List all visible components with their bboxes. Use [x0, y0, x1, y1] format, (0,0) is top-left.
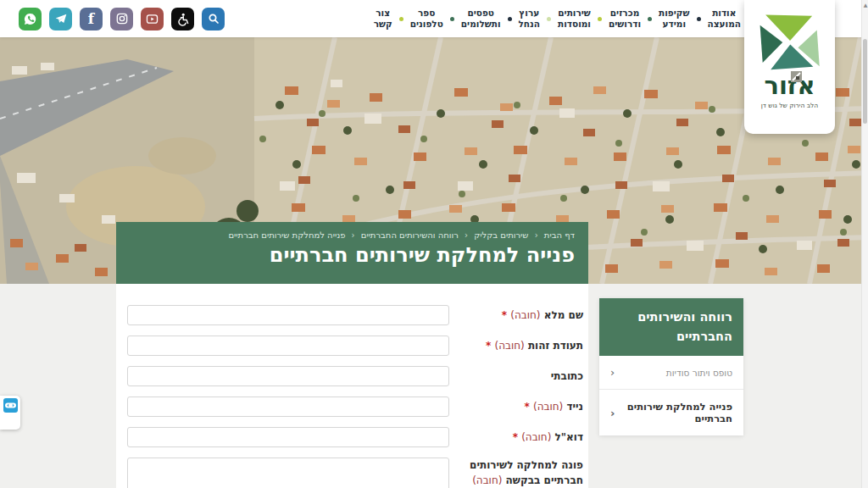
address-label: כתובתי [449, 369, 583, 384]
nav-label: ערוץ [519, 8, 541, 19]
full-name-label: שם מלא (חובה) * [449, 308, 583, 323]
instagram-icon[interactable] [110, 8, 133, 30]
nav-separator-dot [450, 17, 454, 21]
nav-label: ודרושים [609, 19, 641, 30]
email-input[interactable] [127, 427, 449, 447]
breadcrumb: דף הבית ‹ שירותים בקליק ‹ רווחה והשירותי… [130, 230, 575, 240]
email-label: דוא"ל (חובה) * [449, 430, 583, 445]
nav-separator-dot [598, 17, 602, 21]
breadcrumb-home[interactable]: דף הבית [544, 230, 575, 240]
nav-item-transparency-info[interactable]: שקיפות ומידע [659, 8, 689, 30]
social-icons-group: f [19, 8, 225, 30]
nav-separator-dot [508, 17, 512, 21]
nav-label: צור [374, 8, 392, 19]
id-number-input[interactable] [127, 336, 449, 356]
municipal-emblem-icon [791, 71, 802, 82]
page-title: פנייה למחלקת שירותים חברתיים [130, 243, 575, 267]
nav-label: מכרזים [609, 8, 641, 19]
nav-separator-dot [697, 17, 701, 21]
nav-label: הנחל [519, 19, 541, 30]
mobile-label: נייד (חובה) * [449, 399, 583, 414]
form-row: דוא"ל (חובה) * [127, 427, 583, 447]
nav-separator-dot [547, 17, 551, 21]
logo-triangles-mark [758, 9, 822, 72]
breadcrumb-current-page: פנייה למחלקת שירותים חברתיים [228, 230, 345, 240]
breadcrumb-welfare[interactable]: רווחה והשירותים החברתיים [361, 230, 459, 240]
sidebar-item-label: פנייה למחלקת שירותים חברתיים [615, 401, 732, 424]
accessibility-icon[interactable] [171, 8, 194, 30]
breadcrumb-services-in-a-click[interactable]: שירותים בקליק [474, 230, 528, 240]
facebook-icon[interactable]: f [80, 8, 103, 30]
request-description-textarea[interactable] [127, 458, 449, 488]
breadcrumb-separator: ‹ [535, 230, 538, 240]
municipality-logo[interactable]: אזור הלב הירוק של גוש דן [744, 0, 835, 134]
request-description-label: פונה למחלקה לשירותים חברתיים בבקשה (חובה… [449, 458, 583, 488]
mobile-input[interactable] [127, 396, 449, 417]
nav-item-contact[interactable]: צור קשר [374, 8, 392, 30]
remote-support-widget[interactable] [0, 396, 20, 430]
nav-separator-dot [648, 17, 652, 21]
nav-label: שקיפות [659, 8, 689, 19]
remote-support-icon [3, 398, 18, 413]
nav-label: המועצה [708, 19, 741, 30]
sidebar-item-social-services-request[interactable]: פנייה למחלקת שירותים חברתיים ‹ [599, 389, 743, 435]
breadcrumb-separator: ‹ [465, 230, 468, 240]
whatsapp-icon[interactable] [19, 8, 42, 30]
scrollbar-up-arrow[interactable]: ▲ [862, 3, 868, 8]
nav-item-about-council[interactable]: אודות המועצה [708, 8, 741, 30]
id-number-label: תעודת זהות (חובה) * [449, 338, 583, 353]
topbar: אודות המועצה שקיפות ומידע מכרזים ודרושים… [0, 0, 868, 37]
contact-form: שם מלא (חובה) * תעודת זהות (חובה) * כתוב… [116, 284, 588, 488]
nav-label: שירותים [558, 8, 591, 19]
form-row: פונה למחלקה לשירותים חברתיים בבקשה (חובה… [127, 458, 583, 488]
logo-tagline: הלב הירוק של גוש דן [744, 102, 835, 109]
address-input[interactable] [127, 366, 449, 386]
nav-separator-dot [399, 17, 403, 21]
nav-label: טלפונים [410, 19, 443, 30]
page-title-banner: דף הבית ‹ שירותים בקליק ‹ רווחה והשירותי… [116, 222, 588, 284]
telegram-icon[interactable] [49, 8, 72, 30]
scrollbar-thumb[interactable] [863, 39, 867, 124]
chevron-left-icon: ‹ [610, 408, 615, 419]
breadcrumb-separator: ‹ [352, 230, 355, 240]
form-row: שם מלא (חובה) * [127, 305, 583, 325]
sidebar-title: רווחה והשירותים החברתיים [599, 298, 743, 356]
youtube-icon[interactable] [141, 8, 164, 30]
facebook-f-glyph: f [88, 12, 94, 26]
chevron-left-icon: ‹ [610, 367, 615, 378]
nav-item-forms-payments[interactable]: טפסים ותשלומים [461, 8, 501, 30]
form-row: תעודת זהות (חובה) * [127, 336, 583, 356]
main-nav: אודות המועצה שקיפות ומידע מכרזים ודרושים… [374, 8, 741, 30]
nav-label: קשר [374, 19, 392, 30]
nav-label: טפסים [461, 8, 501, 19]
welfare-sidebar: רווחה והשירותים החברתיים טופס ויתור סודי… [599, 298, 743, 435]
search-icon[interactable] [202, 8, 225, 30]
nav-item-phone-book[interactable]: ספר טלפונים [410, 8, 443, 30]
nav-item-tenders-jobs[interactable]: מכרזים ודרושים [609, 8, 641, 30]
form-row: כתובתי [127, 366, 583, 386]
nav-label: ותשלומים [461, 19, 501, 30]
sidebar-item-label: טופס ויתור סודיות [666, 368, 732, 378]
nav-label: אודות [708, 8, 741, 19]
page-scrollbar[interactable]: ▲ [861, 0, 868, 488]
nav-item-stream-channel[interactable]: ערוץ הנחל [519, 8, 541, 30]
full-name-input[interactable] [127, 305, 449, 325]
sidebar-item-confidentiality-waiver[interactable]: טופס ויתור סודיות ‹ [599, 356, 743, 389]
nav-label: ספר [410, 8, 443, 19]
nav-item-services-institutions[interactable]: שירותים ומוסדות [558, 8, 591, 30]
form-row: נייד (חובה) * [127, 396, 583, 417]
logo-title: אזור [744, 74, 835, 98]
nav-label: ומוסדות [558, 19, 591, 30]
nav-label: ומידע [659, 19, 689, 30]
